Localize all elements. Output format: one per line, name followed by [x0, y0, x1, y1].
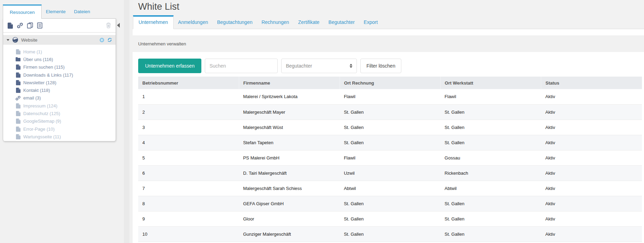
sidebar-tab-elemente[interactable]: Elemente: [42, 5, 70, 19]
table-row[interactable]: 10Gunziger MalergeschäftSt. GallenSt. Ga…: [138, 226, 642, 242]
sidebar-tab-dateien[interactable]: Dateien: [70, 5, 94, 19]
table-cell: Aktiv: [541, 135, 642, 150]
column-header[interactable]: Firmenname: [239, 77, 340, 89]
table-row[interactable]: 8GEFA Gipser GmbHSt. GallenSt. GallenAkt…: [138, 196, 642, 211]
table-row[interactable]: 3Malergeschäft WüstSt. GallenSt. GallenA…: [138, 120, 642, 135]
tree-item-label: Home (1): [23, 49, 42, 54]
table-cell: St. Gallen: [340, 104, 440, 120]
tree-root-website[interactable]: Website: [3, 35, 116, 45]
table-cell: Uzwil: [340, 165, 440, 181]
tree-root-label: Website: [21, 37, 100, 43]
column-header[interactable]: Ort Rechnung: [340, 77, 440, 89]
tree-item[interactable]: Home (1): [3, 48, 116, 55]
tree-item-label: Wartungsseite (11): [23, 134, 61, 139]
sidebar-tab-ressourcen[interactable]: Ressourcen: [3, 5, 42, 19]
document-icon[interactable]: [37, 23, 42, 28]
main-tab-zertifikate[interactable]: Zertifikate: [294, 15, 324, 29]
table-row[interactable]: 7Malergeschäft Sarah SchiessAbtwilAbtwil…: [138, 181, 642, 196]
main-tab-begutachtungen[interactable]: Begutachtungen: [212, 15, 257, 29]
table-cell: Abtwil: [441, 181, 541, 196]
column-header[interactable]: Ort Werkstatt: [441, 77, 541, 89]
assessor-select[interactable]: Begutachter: [281, 59, 357, 73]
refresh-icon[interactable]: [107, 37, 112, 42]
subheader-text: Unternehmen verwalten: [138, 41, 186, 46]
tree-item[interactable]: Wartungsseite (11): [3, 133, 116, 140]
column-header[interactable]: Status: [541, 77, 642, 89]
table-row[interactable]: 9GloorSt. GallenSt. GallenAktiv: [138, 211, 642, 226]
table-cell: Rickenbach: [441, 165, 541, 181]
table-cell: Aktiv: [541, 104, 642, 120]
tree-item[interactable]: Kontakt (118): [3, 86, 116, 94]
tree-item[interactable]: Error-Page (10): [3, 125, 116, 133]
main-tab-unternehmen[interactable]: Unternehmen: [133, 15, 174, 29]
main-tab-anmeldungen[interactable]: Anmeldungen: [174, 15, 212, 29]
subheader: Unternehmen verwalten: [133, 35, 644, 52]
table-cell: Gunziger Malergeschäft: [239, 226, 340, 242]
tree-item[interactable]: Datenschutz (125): [3, 110, 116, 117]
add-circle-icon[interactable]: [100, 38, 104, 42]
tree-item[interactable]: Downloads & Links (117): [3, 71, 116, 79]
table-cell: [340, 242, 440, 243]
table-cell: Aktiv: [541, 165, 642, 181]
page-icon: [16, 80, 20, 85]
table-cell: 2: [138, 104, 239, 120]
table-cell: 9: [138, 211, 239, 226]
new-page-icon[interactable]: [8, 23, 13, 29]
tree-item[interactable]: Über uns (116): [3, 55, 116, 63]
table-cell: GEFA Gipser GmbH: [239, 196, 340, 211]
table-cell: Malergeschäft Mayer: [239, 104, 340, 120]
table-cell: 5: [138, 150, 239, 165]
table-cell: St. Gallen: [441, 211, 541, 226]
table-body: 1Malerei / Spritzwerk LakotaFlawilFlawil…: [138, 89, 642, 243]
table-cell: 7: [138, 181, 239, 196]
column-header[interactable]: Betriebsnummer: [138, 77, 239, 89]
table-cell: [441, 242, 541, 243]
search-input[interactable]: [205, 59, 278, 73]
tree-item[interactable]: email (3): [3, 94, 116, 102]
table-cell: Gloor: [239, 211, 340, 226]
main-tab-rechnungen[interactable]: Rechnungen: [257, 15, 293, 29]
table-row[interactable]: 6D. Tairi MalergeschäftUzwilRickenbachAk…: [138, 165, 642, 181]
header-spacer: [133, 29, 644, 35]
table-cell: St. Gallen: [441, 196, 541, 211]
tree-item[interactable]: Firmen suchen (115): [3, 63, 116, 71]
tree-item-label: GoogleSitemap (9): [23, 119, 61, 124]
main-tab-begutachter[interactable]: Begutachter: [324, 15, 359, 29]
table-cell: Aktiv: [541, 211, 642, 226]
main-tab-export[interactable]: Export: [359, 15, 382, 29]
table-row[interactable]: 5PS Malerei GmbHFlawilGossauAktiv: [138, 150, 642, 165]
clear-filter-button[interactable]: Filter löschen: [360, 59, 401, 73]
tree-item-label: email (3): [23, 95, 41, 101]
tree-item[interactable]: Newsletter (128): [3, 79, 116, 86]
collapse-panel-icon[interactable]: [117, 23, 120, 28]
table-cell: St. Gallen: [441, 226, 541, 242]
create-company-button[interactable]: Unternehmen erfassen: [138, 59, 201, 73]
link-icon[interactable]: [17, 23, 23, 28]
table-cell: Malergeschäft Sarah Schiess: [239, 181, 340, 196]
trash-icon: [106, 23, 111, 28]
assessor-select-value: Begutachter: [286, 63, 312, 69]
table-row[interactable]: 4Stefan TapetenSt. GallenSt. GallenAktiv: [138, 135, 642, 150]
table-cell: St. Gallen: [340, 135, 440, 150]
folder-icon: [16, 57, 20, 61]
caret-down-icon[interactable]: [7, 39, 9, 41]
tree-item[interactable]: Impressum (124): [3, 102, 116, 110]
table-cell: St. Gallen: [340, 120, 440, 135]
page-icon: [16, 103, 20, 109]
main-content: White List UnternehmenAnmeldungenBegutac…: [133, 0, 644, 243]
table-cell: Stefan Tapeten: [239, 135, 340, 150]
table-row[interactable]: 1Malerei / Spritzwerk LakotaFlawilFlawil…: [138, 89, 642, 104]
page-icon: [16, 111, 20, 116]
copy-icon[interactable]: [27, 23, 33, 28]
table-cell: Flawil: [340, 150, 440, 165]
table-cell: St. Gallen: [441, 135, 541, 150]
table-cell: Aktiv: [541, 150, 642, 165]
tree-item-label: Firmen suchen (115): [23, 64, 65, 70]
table-cell: St. Gallen: [340, 196, 440, 211]
tree-item[interactable]: GoogleSitemap (9): [3, 118, 116, 125]
table-cell: 4: [138, 135, 239, 150]
sidebar-tab-bar: RessourcenElementeDateien: [3, 5, 94, 19]
table-row[interactable]: 2Malergeschäft MayerSt. GallenSt. Gallen…: [138, 104, 642, 120]
table-cell: Gossau: [441, 150, 541, 165]
select-arrows-icon: [350, 64, 352, 68]
